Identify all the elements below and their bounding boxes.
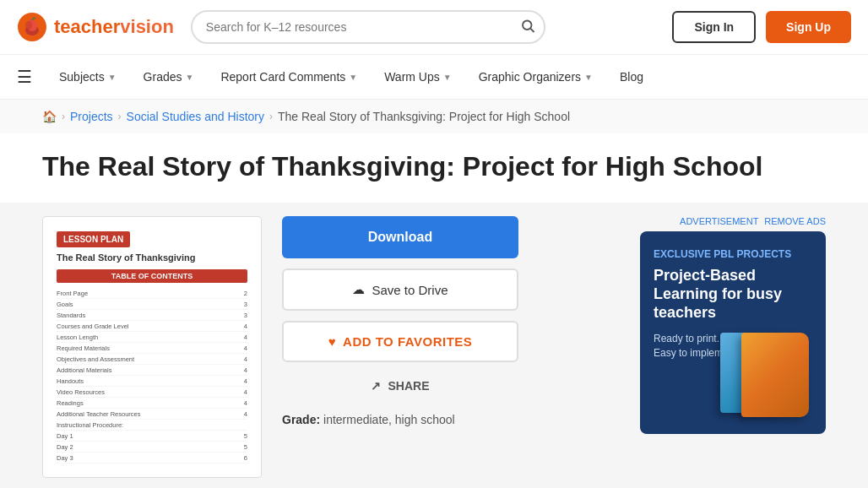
graphic-organizers-caret: ▼ [584, 73, 593, 82]
svg-line-5 [530, 29, 534, 32]
ad-label: ADVERTISEMENT REMOVE ADS [640, 216, 826, 226]
toc-item: Standards3 [57, 310, 247, 321]
page-title: The Real Story of Thanksgiving: Project … [42, 150, 826, 182]
toc-item: Instructional Procedure: [57, 420, 247, 431]
search-bar [191, 10, 545, 44]
lesson-plan-badge: LESSON PLAN [57, 231, 130, 247]
page-title-area: The Real Story of Thanksgiving: Project … [0, 133, 868, 203]
search-button[interactable] [520, 19, 535, 36]
heart-icon: ♥ [328, 334, 336, 349]
toc-item: Lesson Length4 [57, 332, 247, 343]
grade-values: intermediate, high school [323, 413, 455, 426]
toc-item: Goals3 [57, 299, 247, 310]
download-button[interactable]: Download [282, 216, 518, 258]
breadcrumb-projects[interactable]: Projects [70, 110, 113, 123]
toc-item: Objectives and Assessment4 [57, 354, 247, 365]
header-actions: Sign In Sign Up [672, 11, 851, 43]
toc-item: Required Materials4 [57, 343, 247, 354]
ad-book-image-1 [741, 333, 809, 417]
warm-ups-caret: ▼ [443, 73, 452, 82]
toc-item: Additional Teacher Resources4 [57, 409, 247, 420]
grade-label: Grade: [282, 413, 320, 426]
nav-subjects[interactable]: Subjects ▼ [46, 58, 130, 95]
header: teachervision Sign In Sign Up [0, 0, 868, 55]
ad-card[interactable]: Exclusive PBL Projects Project-Based Lea… [640, 231, 826, 434]
logo[interactable]: teachervision [17, 12, 174, 42]
nav-grades[interactable]: Grades ▼ [130, 58, 208, 95]
subjects-caret: ▼ [108, 73, 117, 82]
nav-report-card-comments[interactable]: Report Card Comments ▼ [207, 58, 371, 95]
main-content: LESSON PLAN The Real Story of Thanksgivi… [0, 203, 868, 488]
actions-panel: Download ☁ Save to Drive ♥ ADD TO FAVORI… [282, 216, 518, 478]
remove-ads-link[interactable]: REMOVE ADS [764, 216, 826, 226]
svg-point-3 [25, 21, 32, 30]
search-input[interactable] [191, 10, 545, 44]
toc-item: Day 25 [57, 442, 247, 453]
hamburger-menu[interactable]: ☰ [17, 55, 46, 99]
share-button[interactable]: ↗ SHARE [282, 372, 518, 399]
toc-item: Front Page2 [57, 288, 247, 299]
toc-list: Front Page2Goals3Standards3Courses and G… [57, 288, 247, 464]
nav-warm-ups[interactable]: Warm Ups ▼ [371, 58, 465, 95]
toc-header: TABLE OF CONTENTS [57, 269, 247, 283]
breadcrumb-sep-2: › [118, 111, 122, 122]
resource-thumbnail: LESSON PLAN The Real Story of Thanksgivi… [42, 216, 262, 478]
save-to-drive-button[interactable]: ☁ Save to Drive [282, 268, 518, 311]
breadcrumb: 🏠 › Projects › Social Studies and Histor… [0, 100, 868, 133]
breadcrumb-home[interactable]: 🏠 [42, 110, 57, 123]
toc-item: Video Resources4 [57, 387, 247, 398]
breadcrumb-social-studies[interactable]: Social Studies and History [127, 110, 264, 123]
report-card-caret: ▼ [349, 73, 357, 82]
search-icon [520, 19, 535, 34]
main-nav: ☰ Subjects ▼ Grades ▼ Report Card Commen… [0, 55, 868, 100]
share-icon: ↗ [371, 379, 381, 393]
logo-icon [17, 12, 47, 42]
save-to-drive-label: Save to Drive [372, 283, 448, 297]
toc-item: Day 15 [57, 431, 247, 442]
favorites-label: ADD TO FAVORITES [343, 334, 472, 349]
nav-blog[interactable]: Blog [606, 58, 657, 95]
nav-graphic-organizers[interactable]: Graphic Organizers ▼ [465, 58, 606, 95]
breadcrumb-sep-3: › [269, 111, 273, 122]
ad-panel: ADVERTISEMENT REMOVE ADS Exclusive PBL P… [640, 216, 826, 478]
home-icon: 🏠 [42, 110, 57, 123]
toc-item: Handouts4 [57, 376, 247, 387]
grade-info: Grade: intermediate, high school [282, 413, 518, 426]
toc-item: Additional Materials4 [57, 365, 247, 376]
sign-up-button[interactable]: Sign Up [766, 11, 851, 43]
content-left: LESSON PLAN The Real Story of Thanksgivi… [42, 216, 620, 478]
svg-point-4 [523, 21, 532, 30]
share-label: SHARE [388, 379, 429, 393]
toc-item: Courses and Grade Level4 [57, 321, 247, 332]
breadcrumb-current: The Real Story of Thanksgiving: Project … [278, 110, 570, 123]
logo-text: teachervision [54, 16, 174, 38]
ad-title: Project-Based Learning for busy teachers [654, 267, 812, 322]
toc-item: Readings4 [57, 398, 247, 409]
breadcrumb-sep-1: › [62, 111, 65, 122]
sign-in-button[interactable]: Sign In [672, 11, 756, 43]
toc-item: Day 36 [57, 453, 247, 464]
grades-caret: ▼ [186, 73, 194, 82]
lesson-plan-title: The Real Story of Thanksgiving [57, 252, 247, 263]
add-to-favorites-button[interactable]: ♥ ADD TO FAVORITES [282, 321, 518, 362]
ad-subtitle: Exclusive PBL Projects [654, 248, 812, 260]
drive-icon: ☁ [352, 282, 365, 297]
